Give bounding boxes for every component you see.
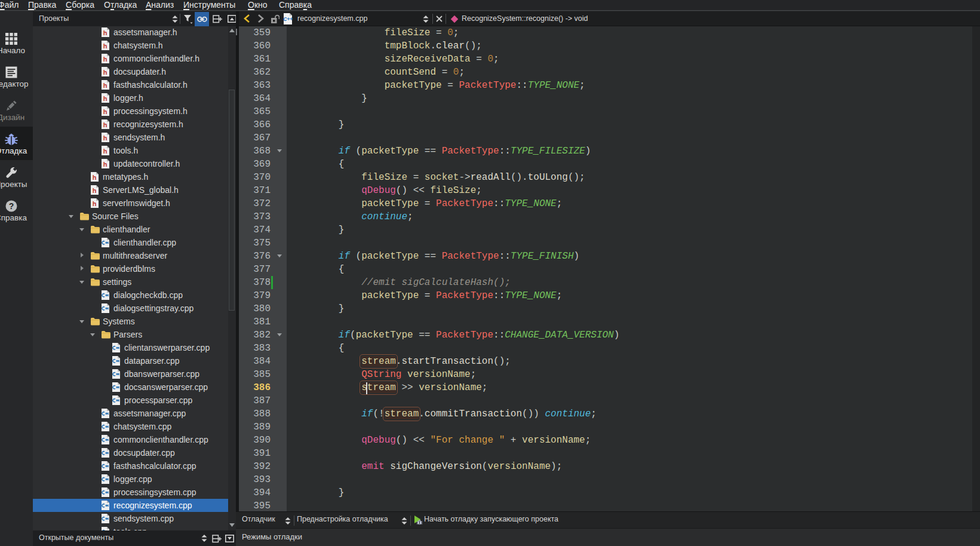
svg-text:h: h	[93, 174, 97, 181]
svg-text:h: h	[103, 69, 107, 76]
svg-text:h: h	[93, 187, 97, 194]
svg-text:h: h	[93, 200, 97, 207]
svg-text:h: h	[103, 82, 107, 89]
svg-text:h: h	[103, 148, 107, 155]
svg-text:h: h	[103, 161, 107, 168]
svg-text:h: h	[103, 95, 107, 102]
svg-text:h: h	[103, 121, 107, 128]
svg-text:h: h	[103, 108, 107, 115]
svg-text:C++: C++	[283, 16, 293, 22]
svg-text:h: h	[103, 42, 107, 50]
svg-text:?: ?	[9, 201, 14, 211]
svg-text:h: h	[103, 29, 107, 36]
svg-text:h: h	[103, 56, 107, 63]
svg-text:h: h	[103, 134, 107, 142]
